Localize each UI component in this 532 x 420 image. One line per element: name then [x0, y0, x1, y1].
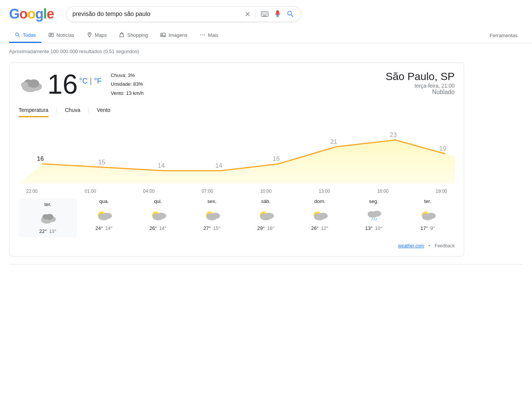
svg-rect-6 [264, 14, 264, 15]
svg-rect-8 [267, 14, 267, 15]
tab-shopping-label: Shopping [127, 32, 148, 38]
temp-unit-display[interactable]: °C | °F [79, 77, 102, 85]
tab-todas-label: Todas [23, 32, 36, 38]
day-temps-6: 13° 10° [365, 225, 382, 231]
weather-tab-chuva[interactable]: Chuva [65, 104, 80, 117]
wind-detail: Vento: 13 km/h [111, 89, 144, 98]
day-label-1: qua. [99, 198, 109, 204]
feedback-link[interactable]: Feedback [435, 243, 455, 249]
day-icon-0 [39, 209, 56, 226]
svg-point-45 [206, 213, 213, 218]
svg-point-20 [201, 35, 201, 35]
day-icon-3 [204, 206, 220, 223]
footer-separator: • [428, 243, 430, 249]
chart-label-7: 19 [439, 145, 446, 152]
search-icon [286, 10, 295, 18]
day-temps-5: 26° 12° [311, 225, 328, 231]
tab-imagens-label: Imagens [168, 32, 187, 38]
weather-details: Chuva: 3% Umidade: 83% Vento: 13 km/h [111, 71, 144, 98]
tab-separator-2: | [88, 104, 89, 117]
day-low-6: 10° [375, 225, 383, 231]
time-0: 22:00 [26, 189, 38, 194]
tab-imagens[interactable]: Imagens [155, 28, 193, 43]
forecast-day-6[interactable]: seg. 13° 10° [347, 198, 401, 237]
chart-label-6: 23 [390, 131, 397, 138]
forecast-day-2[interactable]: qui. 26° 14° [131, 198, 185, 237]
svg-rect-2 [264, 13, 264, 13]
search-bar[interactable]: previsão do tempo são paulo [66, 6, 301, 22]
nav-tabs: Todas Notícias Maps Shopping Imagens [0, 25, 532, 43]
news-icon [48, 32, 54, 38]
day-icon-4 [257, 206, 274, 223]
svg-line-57 [372, 218, 372, 220]
forecast-day-5[interactable]: dom. 26° 12° [293, 198, 347, 237]
current-weather: 16 °C | °F Chuva: 3% Umidade: 83% Vento:… [19, 71, 455, 98]
temperature-chart: 16 15 14 14 16 21 23 19 [19, 125, 455, 186]
tab-separator-1: | [56, 104, 58, 117]
time-labels: 22:00 01:00 04:00 07:00 10:00 13:00 16:0… [19, 189, 455, 194]
day-temps-4: 29° 16° [257, 225, 274, 231]
chart-label-5: 21 [330, 138, 337, 145]
search-input[interactable]: previsão do tempo são paulo [72, 11, 240, 17]
tab-shopping[interactable]: Shopping [113, 28, 153, 43]
chart-label-2: 14 [158, 162, 165, 169]
images-icon [160, 32, 166, 38]
more-icon [199, 32, 206, 38]
chart-fill [19, 140, 455, 184]
google-logo: Google [9, 6, 54, 22]
svg-rect-3 [265, 13, 266, 13]
svg-rect-9 [263, 16, 266, 16]
day-label-6: seg. [369, 198, 378, 204]
unit-sep: | [90, 77, 92, 85]
day-label-2: qui. [154, 198, 162, 204]
chart-label-3: 14 [215, 162, 223, 169]
celsius-link[interactable]: °C [79, 77, 88, 85]
weather-tab-temperatura[interactable]: Temperatura [19, 104, 49, 117]
temperature-value: 16 [47, 71, 78, 98]
divider-vert [256, 9, 256, 19]
forecast-day-7[interactable]: ter. 17° 9° [401, 198, 455, 237]
time-7: 19:00 [436, 189, 447, 194]
search-button[interactable] [286, 10, 295, 18]
daily-forecast: ter. 22° 13° qua. 24° [19, 198, 455, 237]
header: Google previsão do tempo são paulo [0, 0, 532, 22]
forecast-day-3[interactable]: sex. 27° 15° [185, 198, 239, 237]
forecast-day-1[interactable]: qua. 24° 14° [77, 198, 131, 237]
weather-tab-vento[interactable]: Vento [97, 104, 110, 117]
time-1: 01:00 [85, 189, 96, 194]
forecast-day-4[interactable]: sáb. 29° 16° [239, 198, 293, 237]
svg-point-22 [204, 35, 205, 35]
shopping-icon [119, 32, 125, 38]
day-temps-2: 26° 14° [149, 225, 166, 231]
time-5: 13:00 [319, 189, 330, 194]
microphone-icon [273, 10, 282, 18]
tab-noticias[interactable]: Notícias [43, 28, 80, 43]
svg-point-28 [21, 82, 28, 88]
keyboard-icon [261, 10, 269, 18]
tab-noticias-label: Notícias [56, 32, 74, 38]
tab-mais[interactable]: Mais [194, 28, 223, 43]
day-high-5: 26° [311, 225, 319, 231]
tools-button[interactable]: Ferramentas [484, 29, 523, 42]
chart-label-0: 16 [37, 155, 44, 162]
day-label-3: sex. [207, 198, 217, 204]
fahrenheit-link[interactable]: °F [94, 77, 102, 85]
chart-label-4: 16 [273, 155, 280, 162]
logo-o1: o [19, 6, 27, 22]
keyboard-button[interactable] [261, 10, 269, 18]
day-label-5: dom. [314, 198, 325, 204]
time-4: 10:00 [260, 189, 271, 194]
forecast-day-0[interactable]: ter. 22° 13° [19, 198, 77, 237]
day-icon-6 [366, 206, 382, 223]
logo-e: e [47, 6, 54, 22]
svg-point-37 [99, 213, 105, 218]
clear-button[interactable] [244, 11, 251, 17]
tab-maps[interactable]: Maps [81, 28, 112, 43]
tab-todas[interactable]: Todas [9, 28, 41, 43]
tab-mais-label: Mais [208, 32, 218, 38]
source-link[interactable]: weather.com [398, 243, 424, 249]
voice-search-button[interactable] [273, 10, 282, 18]
weather-main-icon [19, 72, 43, 96]
time-2: 04:00 [143, 189, 155, 194]
tab-maps-label: Maps [95, 32, 107, 38]
